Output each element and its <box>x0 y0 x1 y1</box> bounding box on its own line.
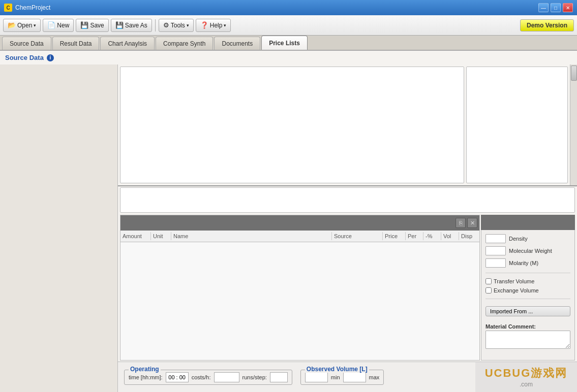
help-icon: ❓ <box>200 21 208 29</box>
costs-label: costs/h: <box>192 374 211 380</box>
molecule-panel <box>120 67 464 183</box>
title-bar-controls: — □ ✕ <box>538 3 573 12</box>
prop-separator-2 <box>485 299 570 299</box>
help-button[interactable]: ❓ Help ▾ <box>196 19 231 32</box>
tab-compare-synth[interactable]: Compare Synth <box>156 37 213 50</box>
material-comment-section: Material Comment: <box>485 323 570 350</box>
scrollbar-thumb[interactable] <box>571 66 577 81</box>
prop-separator-1 <box>485 273 570 273</box>
notes-panel[interactable] <box>120 187 575 213</box>
transfer-volume-checkbox[interactable] <box>485 278 492 284</box>
open-button[interactable]: 📂 Open ▾ <box>3 19 41 32</box>
props-header <box>481 215 575 230</box>
time-label: time [hh:mm]: <box>129 374 163 380</box>
page-header: Source Data i <box>0 51 577 64</box>
tabs-bar: Source Data Result Data Chart Anaylsis C… <box>0 36 577 51</box>
properties-panel: Density Molecular Weight Molarity (M) <box>481 215 575 361</box>
main-layout: ⎘ ✕ Amount Unit Name Source Price Per -%… <box>0 64 577 392</box>
operating-group: Operating time [hh:mm]: costs/h: runs/st… <box>124 370 292 385</box>
table-toolbar: ⎘ ✕ <box>120 215 479 231</box>
vol-min-label: min <box>331 374 340 380</box>
content: Source Data i ⎘ <box>0 51 577 392</box>
toolbar-separator <box>155 19 156 31</box>
table-section: ⎘ ✕ Amount Unit Name Source Price Per -%… <box>120 215 575 361</box>
toolbar: 📂 Open ▾ 📄 New 💾 Save 💾 Save As ⚙ Tools … <box>0 15 577 36</box>
table-body <box>120 242 479 360</box>
save-as-button[interactable]: 💾 Save As <box>111 19 152 32</box>
table-copy-icon[interactable]: ⎘ <box>455 218 466 228</box>
reagents-table: ⎘ ✕ Amount Unit Name Source Price Per -%… <box>120 215 480 361</box>
minimize-button[interactable]: — <box>538 3 549 12</box>
col-unit: Unit <box>151 232 171 240</box>
maximize-button[interactable]: □ <box>551 3 561 12</box>
density-row: Density <box>485 234 570 243</box>
left-panel <box>0 64 118 392</box>
info-icon[interactable]: i <box>47 54 54 61</box>
table-delete-icon[interactable]: ✕ <box>467 218 477 228</box>
scrollbar[interactable] <box>570 64 577 185</box>
time-input[interactable] <box>166 372 189 382</box>
app-icon: C <box>4 4 12 12</box>
top-area <box>118 64 577 186</box>
title-bar-left: C ChemProject <box>4 4 50 12</box>
watermark-sub: .com <box>485 381 568 388</box>
title-bar-title: ChemProject <box>15 4 50 11</box>
new-button[interactable]: 📄 New <box>43 19 74 32</box>
watermark: UCBUG游戏网 .com <box>475 362 577 392</box>
material-comment-label: Material Comment: <box>485 323 570 330</box>
density-input[interactable] <box>485 234 506 243</box>
imported-from-button[interactable]: Imported From ... <box>485 306 570 316</box>
col-price: Price <box>383 232 406 240</box>
col-per: Per <box>406 232 423 240</box>
title-bar: C ChemProject — □ ✕ <box>0 0 577 15</box>
save-as-icon: 💾 <box>115 21 124 29</box>
close-button[interactable]: ✕ <box>563 3 573 12</box>
molecular-weight-row: Molecular Weight <box>485 246 570 255</box>
props-content: Density Molecular Weight Molarity (M) <box>481 230 575 361</box>
tab-source-data[interactable]: Source Data <box>2 37 51 50</box>
molarity-label: Molarity (M) <box>509 260 538 266</box>
tools-icon: ⚙ <box>163 21 169 29</box>
tools-button[interactable]: ⚙ Tools ▾ <box>159 19 194 32</box>
runs-input[interactable] <box>270 372 288 382</box>
save-button[interactable]: 💾 Save <box>76 19 108 32</box>
observed-volume-label: Observed Volume [L] <box>305 366 369 373</box>
new-icon: 📄 <box>47 21 55 29</box>
save-icon: 💾 <box>80 21 88 29</box>
transfer-volume-label: Transfer Volume <box>494 278 534 284</box>
col-vol: Vol <box>441 232 459 240</box>
vol-max-label: max <box>369 374 380 380</box>
vol-min-input[interactable] <box>305 372 328 382</box>
molecular-weight-input[interactable] <box>485 246 506 255</box>
col-disp: Disp <box>459 232 479 240</box>
tab-price-lists[interactable]: Price Lists <box>261 36 308 50</box>
tab-documents[interactable]: Documents <box>214 37 260 50</box>
costs-input[interactable] <box>214 372 239 382</box>
tab-chart-analysis[interactable]: Chart Anaylsis <box>100 37 155 50</box>
molarity-row: Molarity (M) <box>485 258 570 268</box>
density-label: Density <box>509 236 528 242</box>
operating-label: Operating <box>129 366 161 373</box>
vol-max-input[interactable] <box>343 372 366 382</box>
col-percent: -% <box>423 232 441 240</box>
transfer-volume-row: Transfer Volume <box>485 278 570 284</box>
page-title: Source Data <box>5 54 44 61</box>
demo-version-badge: Demo Version <box>520 19 574 31</box>
observed-volume-group: Observed Volume [L] min max <box>300 370 384 385</box>
exchange-volume-checkbox[interactable] <box>485 287 492 293</box>
open-icon: 📂 <box>8 21 16 29</box>
material-comment-input[interactable] <box>485 331 570 349</box>
exchange-volume-label: Exchange Volume <box>494 287 539 293</box>
runs-label: runs/step: <box>242 374 267 380</box>
right-side-panel <box>466 67 568 183</box>
molarity-input[interactable] <box>485 258 506 268</box>
right-area: ⎘ ✕ Amount Unit Name Source Price Per -%… <box>118 64 577 392</box>
watermark-brand: UCBUG游戏网 <box>485 366 568 381</box>
col-amount: Amount <box>120 232 151 240</box>
molecular-weight-label: Molecular Weight <box>509 248 552 254</box>
col-name: Name <box>171 232 332 240</box>
col-source: Source <box>332 232 383 240</box>
exchange-volume-row: Exchange Volume <box>485 287 570 293</box>
table-header: Amount Unit Name Source Price Per -% Vol… <box>120 231 479 242</box>
tab-result-data[interactable]: Result Data <box>52 37 100 50</box>
